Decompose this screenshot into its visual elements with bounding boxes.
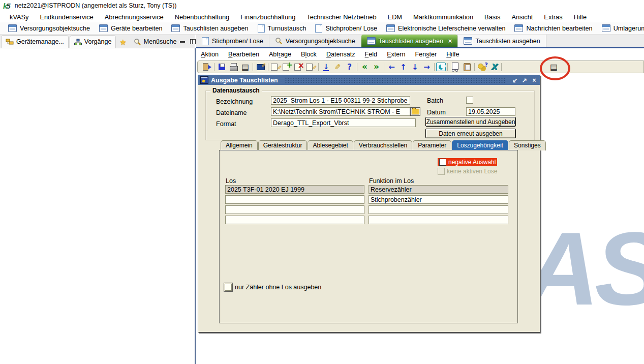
menu-ansicht[interactable]: Ansicht [506, 13, 538, 21]
bezeichnung-input[interactable] [271, 96, 410, 105]
daten-erneut-ausgeben-button[interactable]: Daten erneut ausgeben [425, 129, 516, 138]
copy-record-icon[interactable] [449, 62, 461, 72]
forms-menu-aktion[interactable]: Aktion [201, 51, 219, 58]
dateiname-input[interactable] [271, 107, 410, 116]
previous-block-icon[interactable] [359, 62, 371, 72]
dialog-minimize-button[interactable]: ↙ [511, 77, 518, 83]
zusammenstellen-und-ausgeben-button[interactable]: Zusammenstellen und Ausgeben [425, 117, 516, 127]
dialog-body: Datenaustausch Bezeichnung Dateiname For… [198, 85, 540, 332]
mdi-tab-tauschlisten-ausgeben-active[interactable]: Tauschlisten ausgeben× [361, 35, 458, 47]
funktion-row-4[interactable] [369, 216, 508, 224]
download-icon[interactable] [320, 62, 332, 72]
edit-icon[interactable] [332, 62, 344, 72]
exit-icon[interactable] [201, 62, 212, 72]
tab-vorgaenge[interactable]: Vorgänge [70, 35, 116, 48]
nur-zaehler-ohne-los-label: nur Zähler ohne Los ausgeben [235, 284, 321, 291]
edit-query-icon[interactable] [305, 62, 317, 72]
menu-finanzbuchhaltung[interactable]: Finanzbuchhaltung [235, 13, 301, 21]
menu-edm[interactable]: EDM [382, 13, 408, 21]
los-row-2[interactable] [225, 195, 364, 204]
print-icon[interactable] [228, 62, 239, 72]
navigate-up-icon[interactable] [397, 62, 409, 72]
funktion-row-3[interactable] [369, 205, 508, 214]
negative-auswahl-option[interactable]: negative Auswahl [438, 158, 497, 166]
minimize-panel-icon[interactable] [180, 41, 185, 43]
currency-query-icon[interactable] [476, 62, 488, 72]
tab-sonstiges[interactable]: Sonstiges [509, 140, 546, 150]
delete-record-icon[interactable] [293, 62, 305, 72]
print-list-icon[interactable] [548, 62, 560, 72]
forms-menu-abfrage[interactable]: Abfrage [269, 51, 291, 58]
navigate-left-icon[interactable] [386, 62, 397, 72]
mdi-tab-versorgungsobjektsuche[interactable]: Versorgungsobjektsuche [269, 35, 361, 47]
shortcut-versorgungsobjektsuche[interactable]: Versorgungsobjektsuche [4, 24, 95, 32]
folder-icon [412, 109, 419, 114]
kvasy-window-icon[interactable] [436, 63, 446, 71]
favorites-button[interactable]: ★ [116, 36, 130, 48]
execute-query-icon[interactable] [255, 62, 266, 72]
batch-checkbox[interactable] [466, 97, 473, 104]
datum-input[interactable] [466, 107, 515, 116]
forms-menu-fenster[interactable]: Fenster [415, 51, 437, 58]
tab-geraetestruktur[interactable]: Gerätestruktur [258, 140, 308, 150]
keine-aktiven-lose-option: keine aktiven Lose [438, 168, 497, 175]
forms-menu-extern[interactable]: Extern [387, 51, 405, 58]
navigate-down-icon[interactable] [409, 62, 421, 72]
save-icon[interactable] [216, 62, 228, 72]
menu-hilfe[interactable]: Hilfe [568, 13, 593, 21]
menu-search[interactable]: Menüsuche [130, 36, 180, 48]
menu-endkundenservice[interactable]: Endkundenservice [34, 13, 99, 21]
tab-loszugehoerigkeit[interactable]: Loszugehörigkeit [452, 140, 508, 150]
menu-technischer-netzbetrieb[interactable]: Technischer Netzbetrieb [301, 13, 382, 21]
menu-marktkommunikation[interactable]: Marktkommunikation [408, 13, 479, 21]
next-block-icon[interactable] [371, 62, 382, 72]
funktion-row-2[interactable] [369, 195, 508, 204]
dialog-titlebar[interactable]: Ausgabe Tauschlisten ↙ ↗ × [198, 75, 540, 85]
restore-panel-icon[interactable] [190, 39, 196, 44]
help-icon[interactable] [344, 62, 355, 72]
menu-abrechnungsservice[interactable]: Abrechnungsservice [99, 13, 169, 21]
navigate-right-icon[interactable] [421, 62, 433, 72]
forms-menu-hilfe[interactable]: Hilfe [446, 51, 459, 58]
forms-menu-bearbeiten[interactable]: Bearbeiten [228, 51, 259, 58]
shortcut-elektronische-lieferscheine[interactable]: Elektronische Lieferscheine verwalten [382, 24, 510, 32]
funktion-row-1[interactable] [369, 185, 508, 194]
list-icon[interactable] [239, 62, 251, 72]
shortcut-tauschlisten-ausgeben[interactable]: Tauschlisten ausgeben [167, 24, 253, 32]
dialog-close-button[interactable]: × [531, 77, 538, 83]
excel-export-icon[interactable] [488, 62, 500, 72]
format-input[interactable] [271, 118, 416, 127]
shortcut-geraete-bearbeiten[interactable]: Geräte bearbeiten [95, 24, 167, 32]
menu-nebenbuchhaltung[interactable]: Nebenbuchhaltung [169, 13, 235, 21]
menu-extras[interactable]: Extras [538, 13, 568, 21]
shortcut-turnustausch[interactable]: Turnustausch [253, 24, 311, 33]
paste-icon[interactable] [461, 62, 473, 72]
close-tab-icon[interactable]: × [448, 37, 452, 45]
tab-ablesegebiet[interactable]: Ablesegebiet [308, 140, 353, 150]
shortcut-nachrichten-bearbeiten[interactable]: Nachrichten bearbeiten [510, 24, 597, 32]
forms-menu-datensatz[interactable]: Datensatz [326, 51, 355, 58]
menu-kvasy[interactable]: kVASy [4, 13, 34, 21]
mdi-tab-tauschlisten-ausgeben-2[interactable]: Tauschlisten ausgeben [457, 35, 546, 47]
menu-basis[interactable]: Basis [479, 13, 506, 21]
tab-parameter[interactable]: Parameter [413, 140, 451, 150]
forms-menu-feld[interactable]: Feld [365, 51, 378, 58]
los-row-3[interactable] [225, 205, 364, 214]
tab-verbrauchsstellen[interactable]: Verbrauchsstellen [354, 140, 412, 150]
shortcut-umlagerung[interactable]: Umlagerung [597, 24, 644, 32]
negative-auswahl-checkbox[interactable] [439, 159, 446, 166]
dialog-restore-button[interactable]: ↗ [521, 77, 528, 83]
forms-menu-block[interactable]: Block [301, 51, 317, 58]
shortcut-stichproben-lose[interactable]: Stichproben/ Lose [311, 24, 382, 33]
batch-label: Batch [427, 97, 443, 104]
tab-allgemein[interactable]: Allgemein [221, 140, 258, 150]
tab-geraetemanagement[interactable]: Gerätemanage... [1, 35, 69, 48]
los-row-4[interactable] [225, 216, 364, 224]
insert-record-icon[interactable] [282, 62, 293, 72]
nur-zaehler-ohne-los-checkbox[interactable] [225, 284, 232, 291]
browse-folder-button[interactable] [410, 107, 420, 116]
window-title: netz2021@ISTPRODN (angemeldet als Sturz,… [15, 2, 177, 9]
mdi-tab-stichproben-lose[interactable]: Stichproben/ Lose [196, 35, 269, 47]
los-row-1[interactable] [225, 185, 364, 194]
enter-query-icon[interactable] [270, 62, 282, 72]
